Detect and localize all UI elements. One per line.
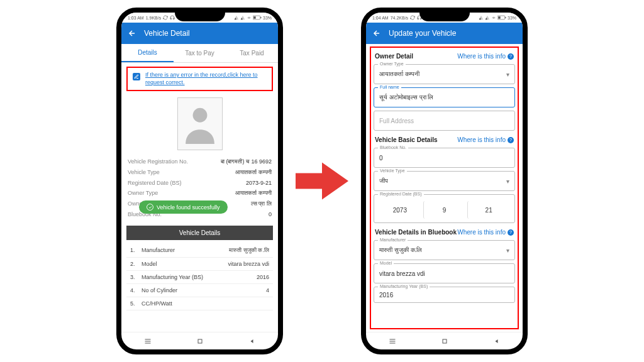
reg-date-value: 2073-9-21 xyxy=(246,180,272,186)
info-link[interactable]: Where is this info? xyxy=(457,136,514,143)
info-block: Vehicle Registration No.बा (बागमती) च 16… xyxy=(126,156,273,219)
signal-icon xyxy=(485,15,490,20)
bluebook-value: 0 xyxy=(269,211,272,217)
battery-icon xyxy=(253,15,262,20)
veh-type-label: Vehicle Type xyxy=(128,169,160,176)
back-arrow-icon[interactable] xyxy=(372,29,381,38)
arrow-indicator xyxy=(296,159,348,203)
field-label: Manufacturer xyxy=(378,238,408,242)
svg-rect-1 xyxy=(253,16,256,19)
sync-icon xyxy=(410,15,415,20)
wifi-icon xyxy=(247,15,252,20)
date-month[interactable]: 9 xyxy=(423,201,465,219)
signal-icon xyxy=(234,15,239,20)
error-link-text: If there is any error in the record,clic… xyxy=(145,72,267,86)
info-link[interactable]: Where is this info? xyxy=(457,229,514,236)
person-icon xyxy=(182,104,218,144)
full-address-input[interactable]: Full Address xyxy=(374,111,515,131)
list-item: 4.No of Cylinder4 xyxy=(126,284,273,297)
content-area: If there is any error in the record,clic… xyxy=(121,63,278,332)
svg-rect-8 xyxy=(443,339,447,343)
notch xyxy=(175,13,225,21)
year-input[interactable]: Manufacturing Year (BS) 2016 xyxy=(374,287,515,303)
status-battery: 33% xyxy=(508,16,516,20)
reg-date-label: Registered Date (BS) xyxy=(128,180,182,186)
back-arrow-icon[interactable] xyxy=(128,29,136,38)
date-year[interactable]: 2073 xyxy=(379,201,421,219)
tab-tax-to-pay[interactable]: Tax to Pay xyxy=(174,44,226,62)
field-label: Registered Date (BS) xyxy=(378,192,424,196)
section-bluebook: Vehicle Details in Bluebook Where is thi… xyxy=(374,226,515,237)
svg-rect-4 xyxy=(198,339,202,343)
phone-right: 1:04 AM 74.2KB/s 33% Update your Vehicle… xyxy=(361,8,528,354)
field-label: Bluebook No. xyxy=(378,145,408,150)
nav-back-icon[interactable] xyxy=(493,337,501,345)
nav-bar xyxy=(121,332,278,349)
avatar-container xyxy=(126,95,273,153)
svg-rect-6 xyxy=(498,16,501,19)
owner-type-value: आयातकर्ता कम्पनी xyxy=(235,190,272,197)
app-bar: Update your Vehicle xyxy=(366,23,523,44)
field-value: जीप xyxy=(379,177,388,185)
section-title: Vehicle Details in Bluebook xyxy=(375,229,457,236)
status-speed: 1.9KB/s xyxy=(146,16,162,20)
question-icon: ? xyxy=(508,53,514,60)
info-link[interactable]: Where is this info? xyxy=(457,53,514,60)
status-battery: 33% xyxy=(263,16,272,20)
field-label: Full name xyxy=(378,85,401,89)
full-name-input[interactable]: Full name सूर्य अटोमोबाइल्स प्रा लि xyxy=(374,87,515,107)
field-value: आयातकर्ता कम्पनी xyxy=(379,70,419,78)
phone-left: 1:03 AM 1.9KB/s 33% Vehicle Detail Detai… xyxy=(116,8,283,354)
date-day[interactable]: 21 xyxy=(467,201,509,219)
question-icon: ? xyxy=(508,229,514,236)
section-owner: Owner Detail Where is this info? xyxy=(374,50,515,61)
svg-rect-2 xyxy=(260,17,261,18)
tab-details[interactable]: Details xyxy=(121,44,174,62)
nav-menu-icon[interactable] xyxy=(389,337,396,345)
headphone-icon xyxy=(170,15,175,20)
arrow-right-icon xyxy=(296,159,348,203)
list-item: 5.CC/HP/Watt xyxy=(126,297,273,310)
svg-point-3 xyxy=(192,108,207,123)
reg-no-label: Vehicle Registration No. xyxy=(128,158,188,165)
app-title: Update your Vehicle xyxy=(389,29,456,38)
sync-icon xyxy=(163,15,168,20)
tab-tax-paid[interactable]: Tax Paid xyxy=(226,44,278,62)
form-area: Owner Detail Where is this info? Owner T… xyxy=(366,44,523,332)
form-highlight: Owner Detail Where is this info? Owner T… xyxy=(370,47,519,329)
list-item: 2.Modelvitara brezza vdi xyxy=(126,258,273,271)
section-basic: Vehicle Basic Details Where is this info… xyxy=(374,134,515,145)
nav-back-icon[interactable] xyxy=(248,337,256,345)
signal-icon xyxy=(240,15,245,20)
error-correction-link[interactable]: If there is any error in the record,clic… xyxy=(126,67,273,91)
question-icon: ? xyxy=(508,137,514,143)
chevron-down-icon: ▾ xyxy=(506,71,509,78)
list-item: 1.Manufacturerमारुती सुजुकी क.लि xyxy=(126,244,273,258)
field-label: Model xyxy=(378,261,394,265)
chevron-down-icon: ▾ xyxy=(506,247,509,254)
owner-value: ल्स प्रा लि xyxy=(251,200,272,207)
bluebook-input[interactable]: Bluebook No. 0 xyxy=(374,148,515,168)
details-list: 1.Manufacturerमारुती सुजुकी क.लि 2.Model… xyxy=(126,244,273,310)
field-value: 0 xyxy=(379,155,383,162)
field-label: Manufacturing Year (BS) xyxy=(378,284,430,288)
owner-type-select[interactable]: Owner Type आयातकर्ता कम्पनी ▾ xyxy=(374,64,515,84)
svg-rect-7 xyxy=(505,17,506,18)
vehicle-details-header: Vehicle Details xyxy=(126,226,273,240)
section-title: Vehicle Basic Details xyxy=(375,136,438,143)
nav-home-icon[interactable] xyxy=(196,337,204,345)
field-label: Owner Type xyxy=(378,62,406,66)
signal-icon xyxy=(479,15,484,20)
status-time: 1:04 AM xyxy=(372,16,389,20)
model-input[interactable]: Model vitara brezza vdi xyxy=(374,263,515,283)
nav-menu-icon[interactable] xyxy=(144,337,152,345)
status-speed: 74.2KB/s xyxy=(391,16,408,20)
section-title: Owner Detail xyxy=(375,53,413,60)
manufacturer-select[interactable]: Manufacturer मारुती सुजुकी क.लि ▾ xyxy=(374,240,515,260)
vehicle-type-select[interactable]: Vehicle Type जीप ▾ xyxy=(374,171,515,191)
nav-home-icon[interactable] xyxy=(441,337,448,345)
wifi-icon xyxy=(491,15,496,20)
notch xyxy=(419,13,470,21)
app-title: Vehicle Detail xyxy=(144,29,190,38)
status-time: 1:03 AM xyxy=(128,16,144,20)
